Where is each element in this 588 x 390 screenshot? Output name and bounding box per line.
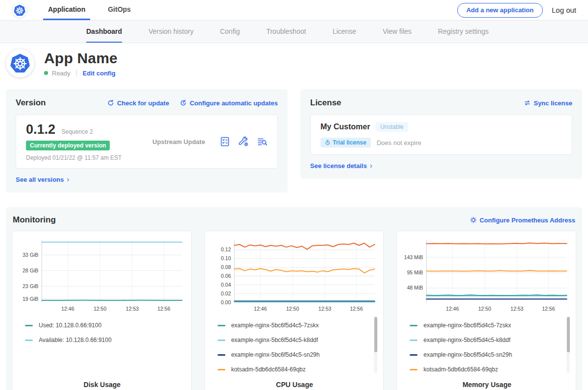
legend-scrollbar[interactable] <box>566 316 570 373</box>
logout-link[interactable]: Log out <box>552 6 576 14</box>
svg-text:0.04: 0.04 <box>220 282 231 288</box>
tab-registry-settings[interactable]: Registry settings <box>438 21 489 43</box>
tab-application[interactable]: Application <box>43 0 90 20</box>
chevron-right-icon: › <box>67 175 69 183</box>
tab-version-history[interactable]: Version history <box>148 21 194 43</box>
logs-search-icon[interactable] <box>257 136 268 147</box>
console-tabs: Application GitOps <box>43 0 136 20</box>
legend-color-dash <box>410 340 417 341</box>
svg-text:143 MiB: 143 MiB <box>404 254 423 260</box>
legend-item: example-nginx-5bc6f5d4c5-sn29h <box>410 351 564 358</box>
legend-label: Available: 10.128.0.66:9100 <box>39 337 112 343</box>
legend-color-dash <box>25 340 33 341</box>
chevron-right-icon: › <box>370 161 372 170</box>
scrollbar-thumb[interactable] <box>374 317 377 352</box>
status-badge: Ready <box>52 70 71 77</box>
tab-dashboard[interactable]: Dashboard <box>86 21 122 43</box>
deployed-timestamp: Deployed 01/21/22 @ 11:57 am EST <box>26 154 148 161</box>
deployed-badge: Currently deployed version <box>26 141 110 150</box>
svg-text:12:46: 12:46 <box>254 306 267 312</box>
legend-color-dash <box>218 340 225 341</box>
add-application-button[interactable]: Add a new application <box>457 3 543 18</box>
svg-text:23 GiB: 23 GiB <box>23 283 38 289</box>
configure-automatic-updates-link[interactable]: Configure automatic updates <box>180 99 278 107</box>
edit-config-link[interactable]: Edit config <box>83 70 116 77</box>
tab-config[interactable]: Config <box>220 21 240 43</box>
legend-item: Used: 10.128.0.66:9100 <box>25 322 179 329</box>
legend-label: example-nginx-5bc6f5d4c5-sn29h <box>423 351 512 358</box>
chart-plot: 12:4612:5012:5312:560.120.100.080.060.04… <box>211 237 379 315</box>
legend-color-dash <box>410 354 417 356</box>
svg-text:12:50: 12:50 <box>478 306 491 312</box>
version-source: Upstream Update <box>148 138 220 146</box>
license-type-badge: Trial license <box>320 138 371 147</box>
svg-text:12:56: 12:56 <box>350 306 363 312</box>
tab-license[interactable]: License <box>333 21 356 43</box>
app-section-tabs: Dashboard Version history Config Trouble… <box>0 21 588 43</box>
customer-name: My Customer <box>320 122 370 131</box>
version-number: 0.1.2 <box>26 122 55 137</box>
version-card-title: Version <box>16 98 46 108</box>
legend-label: kotsadm-5db6dc6584-69qbz <box>231 366 306 373</box>
app-status-row: Ready Edit config <box>44 70 118 77</box>
legend-item: kotsadm-5db6dc6584-69qbz <box>410 366 564 373</box>
svg-text:0.08: 0.08 <box>220 264 231 270</box>
legend-item: example-nginx-5bc6f5d4c5-7zskx <box>218 322 372 329</box>
svg-text:12:53: 12:53 <box>126 306 139 312</box>
legend-color-dash <box>25 325 33 326</box>
tab-troubleshoot[interactable]: Troubleshoot <box>266 21 306 43</box>
config-wrench-icon[interactable] <box>238 136 249 147</box>
kubernetes-wheel-icon <box>9 52 31 74</box>
chart-title: Memory Usage <box>403 381 571 389</box>
disk-usage-chart-card: 12:4612:5012:5312:5633 GiB28 GiB23 GiB19… <box>12 231 192 390</box>
cpu-usage-chart-card: 12:4612:5012:5312:560.120.100.080.060.04… <box>204 231 384 390</box>
svg-text:12:56: 12:56 <box>542 306 555 312</box>
svg-text:95 MiB: 95 MiB <box>407 269 423 275</box>
tab-view-files[interactable]: View files <box>383 21 412 43</box>
memory-usage-chart-card: 12:4612:5012:5312:56143 MiB95 MiB48 MiBe… <box>396 231 576 390</box>
divider <box>76 70 77 76</box>
stopwatch-icon <box>325 140 330 146</box>
monitoring-title: Monitoring <box>13 215 56 225</box>
kubernetes-logo[interactable] <box>12 2 27 18</box>
page-title: App Name <box>44 50 118 67</box>
see-all-versions-link[interactable]: See all versions› <box>16 175 69 184</box>
configure-prometheus-link[interactable]: Configure Prometheus Address <box>470 217 575 224</box>
svg-text:12:50: 12:50 <box>94 306 107 312</box>
scrollbar-thumb[interactable] <box>567 317 570 352</box>
legend-label: example-nginx-5bc6f5d4c5-k8ddf <box>231 337 318 343</box>
charts-row: 12:4612:5012:5312:5633 GiB28 GiB23 GiB19… <box>12 231 576 390</box>
svg-text:0.02: 0.02 <box>220 291 231 296</box>
see-license-details-link[interactable]: See license details› <box>310 162 372 170</box>
svg-text:19 GiB: 19 GiB <box>23 296 38 302</box>
tab-gitops[interactable]: GitOps <box>103 0 136 20</box>
status-dot <box>44 71 48 75</box>
clock-refresh-icon <box>180 99 187 106</box>
svg-text:0.12: 0.12 <box>220 246 231 252</box>
chart-legend: example-nginx-5bc6f5d4c5-7zskxexample-ng… <box>403 315 571 376</box>
refresh-icon <box>107 99 114 106</box>
chart-legend: Used: 10.128.0.66:9100Available: 10.128.… <box>18 315 186 376</box>
legend-color-dash <box>410 369 417 370</box>
sync-license-link[interactable]: Sync license <box>524 99 572 107</box>
legend-color-dash <box>410 325 417 326</box>
monitoring-card: Monitoring Configure Prometheus Address … <box>6 207 582 390</box>
license-expiry: Does not expire <box>377 139 421 146</box>
chart-legend: example-nginx-5bc6f5d4c5-7zskxexample-ng… <box>211 315 379 376</box>
main-content: Version Check for update <box>0 89 588 390</box>
preflight-checklist-icon[interactable] <box>220 136 230 147</box>
chart-title: Disk Usage <box>18 381 186 389</box>
version-sequence: Sequence 2 <box>62 128 93 135</box>
legend-scrollbar[interactable] <box>374 316 377 373</box>
gear-icon <box>470 217 477 223</box>
legend-color-dash <box>218 354 225 356</box>
legend-item: example-nginx-5bc6f5d4c5-k8ddf <box>410 337 564 343</box>
version-card: Version Check for update <box>6 89 288 193</box>
legend-label: example-nginx-5bc6f5d4c5-k8ddf <box>423 337 510 343</box>
legend-label: Used: 10.128.0.66:9100 <box>39 322 101 329</box>
svg-text:48 MiB: 48 MiB <box>407 285 423 291</box>
check-for-update-link[interactable]: Check for update <box>107 99 169 107</box>
svg-text:0.06: 0.06 <box>220 273 231 279</box>
legend-label: example-nginx-5bc6f5d4c5-7zskx <box>231 322 319 329</box>
legend-item: example-nginx-5bc6f5d4c5-sn29h <box>218 351 372 358</box>
